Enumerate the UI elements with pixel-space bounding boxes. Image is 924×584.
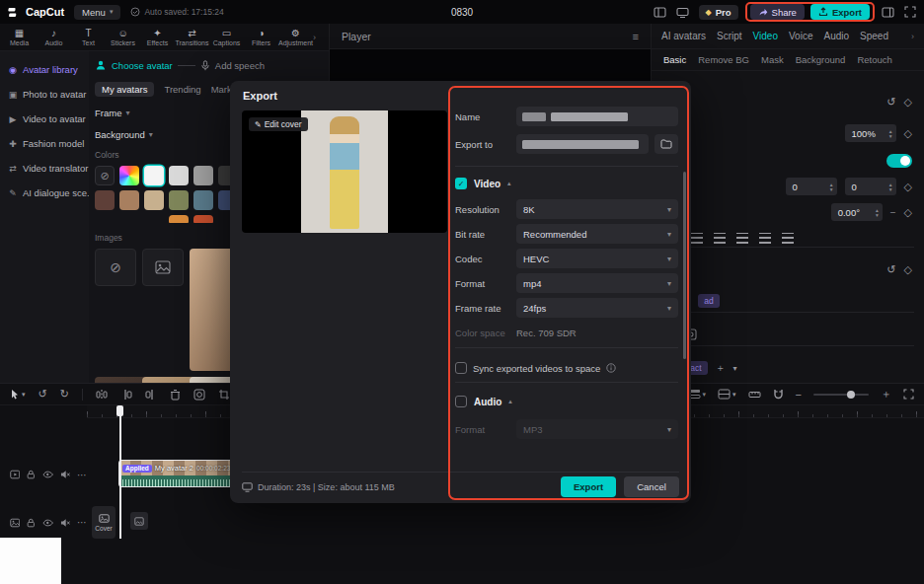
- swatch-color[interactable]: [193, 190, 213, 210]
- player-menu-icon[interactable]: ≡: [633, 31, 639, 42]
- rotation-stepper[interactable]: 0.00°▴▾: [831, 203, 883, 221]
- panel-toggle-icon[interactable]: [882, 6, 894, 19]
- sidebar-item-fashion-model[interactable]: ✚Fashion model: [0, 131, 89, 156]
- zoom-in-icon[interactable]: ＋: [881, 387, 891, 402]
- bitrate-select[interactable]: Recommended▾: [516, 224, 678, 244]
- video-checkbox[interactable]: ✓: [455, 178, 467, 189]
- tab-audio[interactable]: ♪Audio: [37, 28, 71, 46]
- rotation-dial-icon[interactable]: −: [890, 207, 896, 218]
- tab-ai-avatars[interactable]: AI avatars: [661, 31, 706, 41]
- feature-toggle[interactable]: [886, 154, 912, 168]
- subtab-basic[interactable]: Basic: [663, 54, 686, 65]
- keyframe-icon[interactable]: ◇: [904, 96, 912, 109]
- trim-left-icon[interactable]: [120, 389, 132, 401]
- mute-track-icon[interactable]: [60, 518, 70, 528]
- delete-icon[interactable]: [170, 389, 181, 401]
- align-icon[interactable]: [782, 233, 794, 244]
- codec-select[interactable]: HEVC▾: [516, 249, 678, 268]
- subtab-mask[interactable]: Mask: [761, 54, 784, 65]
- tab-adjustment[interactable]: ⚙Adjustment: [278, 28, 313, 46]
- layout-icon[interactable]: [654, 6, 666, 19]
- keyframe-icon[interactable]: ◇: [904, 263, 912, 276]
- subtab-background[interactable]: Background: [796, 54, 846, 65]
- swatch-color[interactable]: [119, 190, 139, 210]
- zoom-out-icon[interactable]: −: [796, 389, 802, 401]
- trim-right-icon[interactable]: [145, 389, 157, 401]
- tabs-more-icon[interactable]: ›: [911, 32, 914, 41]
- sidebar-item-avatar-library[interactable]: ◉Avatar library: [0, 57, 89, 82]
- info-icon[interactable]: [606, 363, 616, 373]
- tab-voice[interactable]: Voice: [789, 31, 812, 41]
- track-more-icon[interactable]: ⋯: [77, 517, 87, 528]
- align-icon[interactable]: [736, 233, 748, 244]
- track-more-icon[interactable]: ⋯: [77, 470, 87, 480]
- hide-track-icon[interactable]: [42, 471, 52, 478]
- toolbar-more-icon[interactable]: ›: [313, 33, 316, 42]
- lock-icon[interactable]: [27, 518, 36, 528]
- name-input[interactable]: [516, 107, 678, 126]
- cover-button[interactable]: Cover: [92, 506, 116, 539]
- export-confirm-button[interactable]: Export: [561, 476, 616, 497]
- magnet-icon[interactable]: [773, 389, 784, 400]
- tab-my-avatars[interactable]: My avatars: [95, 82, 154, 97]
- tab-effects[interactable]: ✦Effects: [140, 28, 175, 46]
- cover-thumbnail[interactable]: [130, 512, 148, 530]
- tab-stickers[interactable]: ☺Stickers: [106, 28, 140, 46]
- swatch-none[interactable]: ⊘: [95, 166, 115, 185]
- split-icon[interactable]: [96, 389, 108, 401]
- image-tile-placeholder[interactable]: [142, 249, 184, 286]
- keyframe-icon[interactable]: ◇: [904, 206, 912, 219]
- tab-captions[interactable]: ▭Captions: [209, 28, 244, 46]
- swatch-color-partial[interactable]: [193, 215, 213, 223]
- lock-icon[interactable]: [27, 470, 36, 479]
- undo-icon[interactable]: ↺: [38, 388, 47, 401]
- mute-track-icon[interactable]: [60, 470, 70, 479]
- crop-icon[interactable]: [218, 389, 230, 401]
- chevron-down-icon[interactable]: ▾: [733, 364, 737, 373]
- cancel-button[interactable]: Cancel: [624, 476, 679, 497]
- dialog-scrollbar[interactable]: [683, 172, 686, 359]
- keyframe-icon[interactable]: ◇: [904, 181, 912, 193]
- timeline-zoom-slider[interactable]: [813, 394, 869, 396]
- swatch-color[interactable]: [193, 166, 213, 185]
- reset-icon[interactable]: ↺: [886, 96, 895, 109]
- redo-icon[interactable]: ↻: [60, 388, 69, 401]
- swatch-white-selected[interactable]: [144, 166, 164, 185]
- tab-filters[interactable]: ◑Filters: [244, 28, 278, 46]
- sidebar-item-video-translator[interactable]: ⇄Video translator: [0, 156, 89, 181]
- swatch-color[interactable]: [169, 190, 189, 210]
- ruler-icon[interactable]: [748, 390, 761, 400]
- display-icon[interactable]: [676, 6, 689, 19]
- hide-track-icon[interactable]: [42, 519, 52, 527]
- swatch-color-partial[interactable]: [169, 215, 189, 223]
- sidebar-item-ai-dialogue[interactable]: ✎AI dialogue sce...: [0, 181, 89, 205]
- tab-trending[interactable]: Trending: [164, 84, 200, 95]
- scale-stepper[interactable]: 100%▴▾: [845, 124, 896, 142]
- select-tool[interactable]: ▾: [10, 389, 26, 401]
- swatch-color[interactable]: [144, 190, 164, 210]
- tab-transitions[interactable]: ⇄Transitions: [175, 28, 209, 46]
- tab-speed[interactable]: Speed: [860, 31, 888, 41]
- mask-icon[interactable]: [193, 389, 205, 401]
- align-icon[interactable]: [714, 233, 726, 244]
- feature-badge[interactable]: ad: [698, 294, 719, 308]
- tab-audio[interactable]: Audio: [823, 31, 849, 41]
- export-button[interactable]: Export: [810, 4, 870, 20]
- swatch-color[interactable]: [169, 166, 189, 185]
- position-y-stepper[interactable]: 0▴▾: [845, 178, 896, 195]
- subtab-remove-bg[interactable]: Remove BG: [698, 54, 749, 65]
- track-height-icon[interactable]: ▾: [718, 389, 736, 400]
- tab-media[interactable]: ▦Media: [2, 28, 37, 46]
- position-x-stepper[interactable]: 0▴▾: [786, 178, 837, 195]
- timeline-clip-avatar[interactable]: Applied My avatar 2 00:00:02:23: [118, 460, 240, 487]
- subtab-retouch[interactable]: Retouch: [857, 54, 891, 65]
- pro-badge[interactable]: ◆Pro: [699, 5, 738, 20]
- sync-checkbox[interactable]: [455, 362, 467, 374]
- fullscreen-icon[interactable]: [904, 6, 916, 18]
- fit-timeline-icon[interactable]: [903, 389, 914, 400]
- tab-script[interactable]: Script: [717, 31, 742, 41]
- audio-checkbox[interactable]: [455, 396, 467, 407]
- step-choose-avatar[interactable]: Choose avatar: [112, 60, 173, 71]
- tab-video[interactable]: Video: [753, 31, 778, 41]
- image-tile-none[interactable]: ⊘: [95, 249, 136, 286]
